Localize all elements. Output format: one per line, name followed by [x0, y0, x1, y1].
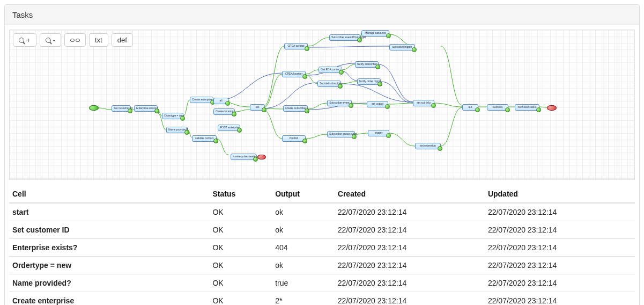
table-row[interactable]: Create enterpriseOK2*22/07/2020 23:12:14… [9, 292, 635, 306]
glasses-icon [70, 39, 80, 42]
flow-node[interactable]: all [213, 98, 228, 104]
zoom-in-label: + [26, 36, 31, 44]
flow-node[interactable]: confusion trigger [389, 44, 415, 50]
cell-name: Create enterprise [9, 292, 209, 306]
col-status: Status [209, 185, 272, 203]
col-cell: Cell [9, 185, 209, 203]
flow-node[interactable]: Create enterprise [190, 97, 213, 103]
cell-name: Enterprise exists? [9, 239, 209, 257]
cell-output: ok [272, 221, 335, 239]
flow-node[interactable]: Enterprise exists? [134, 105, 158, 112]
cell-created: 22/07/2020 23:12:14 [335, 292, 485, 306]
cell-name: Set customer ID [9, 221, 209, 239]
def-button[interactable]: def [112, 33, 133, 47]
flow-node[interactable]: set [250, 104, 265, 111]
cell-name: Ordertype = new [9, 257, 209, 274]
cell-output: 404 [272, 239, 335, 257]
table-row[interactable]: Enterprise exists?OK40422/07/2020 23:12:… [9, 239, 635, 257]
cell-status: OK [209, 221, 272, 239]
cell-created: 22/07/2020 23:12:14 [335, 239, 485, 257]
canvas-toolbar: + - txt def [13, 33, 133, 47]
flow-node[interactable]: Manage accounts [361, 30, 389, 37]
cell-updated: 22/07/2020 23:12:14 [485, 203, 635, 221]
col-output: Output [272, 185, 335, 203]
cell-status: OK [209, 203, 272, 221]
flow-node[interactable]: CREA contact [284, 43, 308, 49]
flow-node[interactable]: set sub info [413, 100, 434, 106]
cell-status: OK [209, 274, 272, 292]
cell-updated: 22/07/2020 23:12:14 [485, 274, 635, 292]
flow-canvas[interactable]: + - txt def Set customer IDEnterprise ex… [9, 30, 635, 180]
flow-end-node[interactable] [547, 105, 557, 111]
zoom-out-button[interactable]: - [40, 33, 61, 47]
zoom-in-button[interactable]: + [13, 33, 36, 47]
cell-created: 22/07/2020 23:12:14 [335, 274, 485, 292]
cell-status: OK [209, 257, 272, 274]
cell-output: ok [272, 257, 335, 274]
table-row[interactable]: Ordertype = newOKok22/07/2020 23:12:1422… [9, 257, 635, 274]
cell-created: 22/07/2020 23:12:14 [335, 257, 485, 274]
tasks-table: Cell Status Output Created Updated start… [9, 185, 635, 305]
panel-title: Tasks [5, 5, 639, 25]
flow-node[interactable]: Ordertype = new [162, 113, 183, 119]
cell-status: OK [209, 239, 272, 257]
flow-node[interactable]: out [462, 104, 478, 111]
table-row[interactable]: Set customer IDOKok22/07/2020 23:12:1422… [9, 221, 635, 239]
table-row[interactable]: Name provided?OKtrue22/07/2020 23:12:142… [9, 274, 635, 292]
flow-node[interactable]: Get EDA contact [319, 67, 342, 73]
flow-node[interactable]: Set customer ID [112, 105, 131, 112]
flow-node[interactable]: confused status [515, 104, 539, 111]
panel-body: + - txt def Set customer IDEnterprise ex… [5, 25, 639, 305]
cell-output: true [272, 274, 335, 292]
cell-created: 22/07/2020 23:12:14 [335, 203, 485, 221]
flow-node[interactable]: trigger [368, 130, 389, 136]
table-row[interactable]: startOKok22/07/2020 23:12:1422/07/2020 2… [9, 203, 635, 221]
table-header-row: Cell Status Output Created Updated [9, 185, 635, 203]
flow-error-node[interactable] [257, 155, 266, 159]
magnifier-icon [19, 38, 24, 43]
flow-node[interactable]: Subscriber event [327, 100, 352, 106]
flow-start-node[interactable] [89, 105, 99, 111]
cell-updated: 22/07/2020 23:12:14 [485, 239, 635, 257]
flow-node[interactable]: Create location [213, 108, 235, 115]
flow-node[interactable]: Success [487, 104, 508, 111]
flow-node[interactable]: Subscriber event POA trigger [329, 34, 360, 41]
flow-node[interactable]: CREA location [282, 71, 306, 77]
cell-updated: 22/07/2020 23:12:14 [485, 221, 635, 239]
flow-node[interactable]: POST enterprise [218, 125, 240, 131]
col-created: Created [335, 185, 485, 203]
overview-button[interactable] [64, 33, 86, 47]
flow-node[interactable]: set extension [415, 143, 441, 149]
flow-node[interactable]: set output [367, 101, 388, 107]
flow-node[interactable]: validate contact [192, 135, 217, 142]
txt-button[interactable]: txt [89, 33, 108, 47]
cell-output: ok [272, 203, 335, 221]
cell-name: start [9, 203, 209, 221]
flow-node[interactable]: Notify subscriber [355, 61, 379, 68]
flow-edges [10, 30, 634, 179]
cell-output: 2* [272, 292, 335, 306]
zoom-out-label: - [53, 36, 55, 44]
cell-created: 22/07/2020 23:12:14 [335, 221, 485, 239]
flow-node[interactable]: Set trial subscriber [317, 81, 341, 87]
flow-node[interactable]: Create subscriber [283, 105, 308, 112]
flow-node[interactable]: is enterprise created [231, 154, 256, 160]
tasks-panel: Tasks + - txt def [4, 4, 640, 305]
cell-updated: 22/07/2020 23:12:14 [485, 257, 635, 274]
flow-node[interactable]: Publish [282, 135, 306, 142]
flow-node[interactable]: Notify order mgmt [357, 78, 381, 85]
cell-name: Name provided? [9, 274, 209, 292]
magnifier-icon [46, 38, 51, 43]
cell-status: OK [209, 292, 272, 306]
cell-updated: 22/07/2020 23:12:14 [485, 292, 635, 306]
flow-node[interactable]: Name provided? [166, 127, 188, 133]
col-updated: Updated [485, 185, 635, 203]
flow-node[interactable]: Subscriber group event [327, 131, 355, 137]
